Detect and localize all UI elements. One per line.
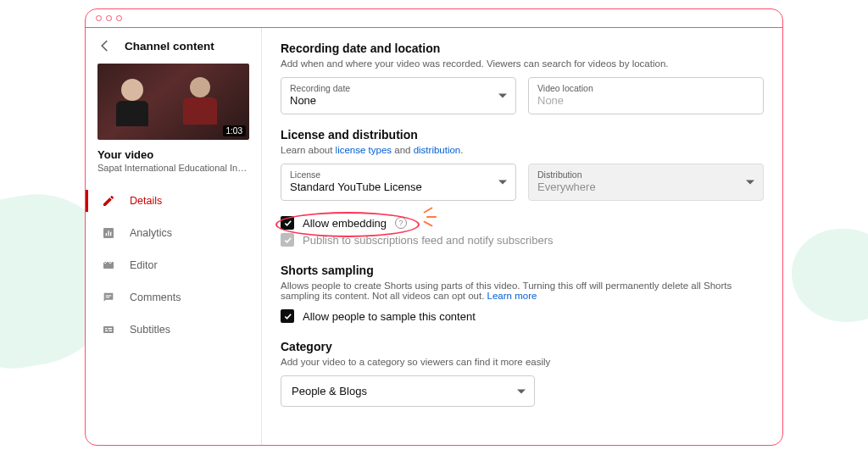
sidebar-nav: Details Analytics Editor Comments Subtit… bbox=[86, 185, 261, 346]
chevron-down-icon bbox=[498, 181, 507, 185]
svg-rect-9 bbox=[109, 330, 112, 331]
pencil-icon bbox=[101, 193, 116, 208]
allow-sampling-row: Allow people to sample this content bbox=[281, 309, 764, 323]
chevron-down-icon bbox=[498, 94, 507, 98]
window-dot bbox=[106, 15, 112, 21]
allow-sampling-label: Allow people to sample this content bbox=[303, 310, 476, 323]
page-title: Channel content bbox=[125, 40, 214, 53]
svg-rect-10 bbox=[105, 328, 107, 329]
help-icon[interactable]: ? bbox=[395, 217, 407, 229]
allow-sampling-checkbox[interactable] bbox=[281, 309, 294, 323]
field-value: People & Blogs bbox=[292, 385, 367, 397]
recording-heading: Recording date and location bbox=[281, 42, 764, 55]
analytics-icon bbox=[101, 225, 116, 241]
video-thumbnail[interactable]: 1:03 bbox=[97, 64, 249, 140]
field-label: Video location bbox=[537, 83, 754, 93]
learn-more-link[interactable]: Learn more bbox=[487, 291, 537, 301]
chevron-down-icon bbox=[517, 389, 526, 393]
license-heading: License and distribution bbox=[281, 128, 764, 142]
recording-date-select[interactable]: Recording date None bbox=[281, 77, 516, 114]
category-heading: Category bbox=[281, 340, 764, 353]
svg-rect-8 bbox=[105, 330, 108, 331]
video-duration: 1:03 bbox=[223, 125, 246, 136]
category-select[interactable]: People & Blogs bbox=[281, 375, 535, 407]
svg-rect-1 bbox=[106, 233, 107, 236]
field-placeholder: None bbox=[537, 94, 754, 107]
sidebar-item-label: Details bbox=[130, 195, 162, 207]
text: and bbox=[392, 145, 414, 155]
field-value: Everywhere bbox=[537, 181, 754, 193]
distribution-select: Distribution Everywhere bbox=[528, 164, 764, 201]
sidebar: Channel content 1:03 Your video Sapat In… bbox=[86, 28, 262, 445]
svg-rect-2 bbox=[108, 230, 108, 236]
sidebar-item-label: Editor bbox=[130, 259, 158, 271]
field-label: Distribution bbox=[537, 169, 754, 180]
publish-feed-row: Publish to subscriptions feed and notify… bbox=[281, 233, 764, 247]
sidebar-item-label: Comments bbox=[130, 292, 181, 303]
distribution-link[interactable]: distribution bbox=[414, 145, 461, 155]
category-desc: Add your video to a category so viewers … bbox=[281, 357, 764, 367]
app-window: Channel content 1:03 Your video Sapat In… bbox=[85, 8, 783, 446]
your-video-subtitle: Sapat International Educational Insti... bbox=[86, 161, 261, 180]
svg-rect-5 bbox=[106, 295, 112, 296]
sidebar-item-editor[interactable]: Editor bbox=[86, 249, 261, 281]
main-content: Recording date and location Add when and… bbox=[262, 28, 782, 445]
subtitles-icon bbox=[101, 322, 116, 337]
shorts-desc: Allows people to create Shorts using par… bbox=[281, 280, 764, 301]
svg-rect-7 bbox=[103, 326, 114, 333]
shorts-heading: Shorts sampling bbox=[281, 264, 764, 277]
license-select[interactable]: License Standard YouTube License bbox=[281, 164, 516, 201]
editor-icon bbox=[101, 258, 116, 273]
allow-embedding-label: Allow embedding bbox=[303, 217, 387, 230]
svg-rect-6 bbox=[106, 297, 110, 297]
allow-embedding-row: Allow embedding ? bbox=[281, 216, 764, 230]
sidebar-item-comments[interactable]: Comments bbox=[86, 281, 261, 314]
field-value: None bbox=[290, 94, 507, 107]
sidebar-item-label: Subtitles bbox=[130, 324, 170, 336]
sidebar-item-details[interactable]: Details bbox=[86, 185, 261, 217]
chevron-down-icon bbox=[746, 181, 754, 185]
field-label: Recording date bbox=[290, 83, 507, 93]
recording-desc: Add when and where your video was record… bbox=[281, 58, 764, 69]
svg-rect-11 bbox=[108, 328, 112, 329]
svg-rect-3 bbox=[110, 232, 111, 236]
sidebar-item-analytics[interactable]: Analytics bbox=[86, 217, 261, 249]
publish-feed-label: Publish to subscriptions feed and notify… bbox=[303, 234, 554, 247]
window-dot bbox=[96, 15, 102, 21]
license-desc: Learn about license types and distributi… bbox=[281, 145, 764, 155]
sidebar-item-subtitles[interactable]: Subtitles bbox=[86, 314, 261, 346]
window-titlebar bbox=[86, 9, 782, 28]
field-value: Standard YouTube License bbox=[290, 181, 507, 193]
field-label: License bbox=[290, 169, 507, 180]
allow-embedding-checkbox[interactable] bbox=[281, 216, 294, 230]
video-location-input[interactable]: Video location None bbox=[528, 77, 764, 114]
comments-icon bbox=[101, 290, 116, 305]
window-dot bbox=[116, 15, 122, 21]
text: Learn about bbox=[281, 145, 336, 155]
license-types-link[interactable]: license types bbox=[336, 145, 392, 155]
sidebar-item-label: Analytics bbox=[130, 227, 172, 239]
publish-feed-checkbox bbox=[281, 233, 294, 247]
back-arrow-icon[interactable] bbox=[97, 38, 113, 53]
your-video-label: Your video bbox=[86, 148, 261, 161]
